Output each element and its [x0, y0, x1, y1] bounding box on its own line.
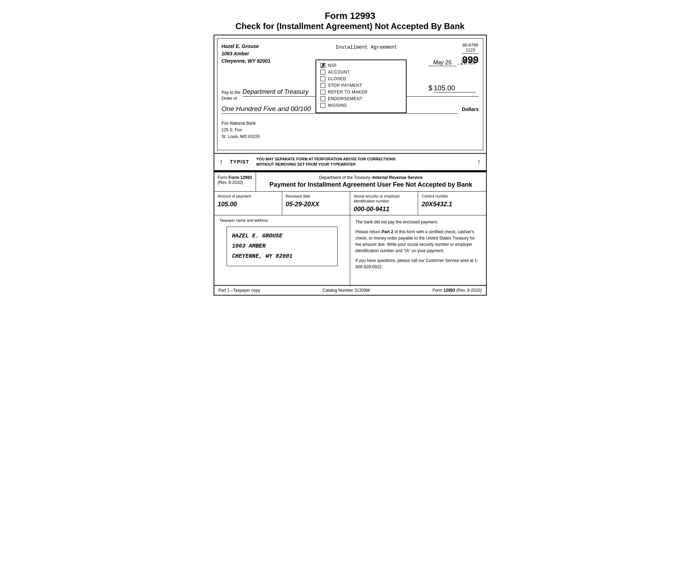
- check-center-label: Installment Agreement: [335, 44, 397, 50]
- typist-note-line1: YOU MAY SEPARATE FORM AT PERFORATION ABO…: [256, 157, 470, 162]
- nsf-checkbox-stop-payment: [320, 83, 325, 88]
- nsf-item-closed: CLOSED: [320, 76, 402, 81]
- value-ssn: 000-00-9411: [354, 206, 414, 213]
- nsf-item-stop-payment: STOP PAYMENT: [320, 83, 402, 88]
- name-instructions-row: Taxpayer name and address HAZEL E. GROUS…: [214, 215, 486, 285]
- page-wrapper: Form 12993 Check for (Installment Agreem…: [214, 11, 487, 296]
- form-header-row: Form Form 12993 (Rev. 8-2010) Department…: [214, 172, 486, 192]
- instructions-p2: Please return Part 2 of this form with a…: [355, 229, 481, 254]
- typist-label: TYPIST: [230, 159, 249, 165]
- check-inner: Hazel E. Grouse 1063 Amber Cheyenne, WY …: [217, 38, 483, 150]
- lower-form-rev: (Rev. 8-2010): [218, 180, 252, 185]
- nsf-checkbox-endorsement: [320, 96, 325, 101]
- taxpayer-label: Taxpayer name and address: [220, 218, 345, 222]
- check-address1: 1063 Amber: [222, 50, 271, 57]
- name-address-col: Taxpayer name and address HAZEL E. GROUS…: [214, 215, 351, 285]
- field-received-date: Received date 05-29-20XX: [282, 192, 350, 215]
- typist-row: ↑ TYPIST YOU MAY SEPARATE FORM AT PERFOR…: [214, 154, 486, 171]
- lower-form: Form Form 12993 (Rev. 8-2010) Department…: [214, 172, 487, 296]
- nsf-checkbox-missing: [320, 103, 325, 108]
- check-routing: 80-6789 1123: [462, 43, 479, 54]
- bank-name: Fox National Bank: [222, 120, 479, 127]
- bank-info: Fox National Bank 125 S. Fox St. Louis, …: [222, 120, 479, 140]
- instructions-p3: If you have questions, please call our C…: [355, 257, 481, 270]
- nsf-item-account: ACCOUNT: [320, 70, 402, 75]
- check-amount: 105.00: [434, 84, 476, 92]
- form-footer: Part 1 –Taxpayer copy Catalog Number 313…: [214, 285, 486, 295]
- irs-label: Internal Revenue Service: [373, 175, 423, 180]
- footer-form-number: 12993: [443, 288, 455, 293]
- data-fields-row: Amount of payment 105.00 Received date 0…: [214, 192, 486, 216]
- nsf-checkbox-refer-to-maker: [320, 90, 325, 95]
- dollars-label: Dollars: [462, 106, 478, 112]
- separator-section: ↑ TYPIST YOU MAY SEPARATE FORM AT PERFOR…: [214, 154, 487, 172]
- field-ssn: Social security or employeridentificatio…: [350, 192, 418, 215]
- nsf-box: NSF ACCOUNT CLOSED STOP PAYMENT REFER TO…: [316, 60, 407, 113]
- pay-to-label1: Pay to the: [222, 90, 241, 96]
- label-amount-of-payment: Amount of payment: [218, 194, 278, 199]
- bank-address1: 125 S. Fox: [222, 127, 479, 133]
- nsf-item-nsf: NSF: [320, 63, 402, 68]
- nsf-checkbox-nsf: [320, 63, 325, 68]
- footer-left: Part 1 –Taxpayer copy: [219, 288, 260, 293]
- label-control-number: Control number: [422, 194, 482, 199]
- bank-address2: St. Louis, MO 63155: [222, 133, 479, 140]
- instructions-p1: The bank did not pay the enclosed paymen…: [355, 219, 481, 225]
- form-title-block: Form 12993 Check for (Installment Agreem…: [214, 11, 487, 31]
- nsf-label-refer-to-maker: REFER TO MAKER: [328, 90, 368, 95]
- nsf-item-refer-to-maker: REFER TO MAKER: [320, 90, 402, 95]
- check-date-comma: ,: [458, 60, 459, 66]
- typist-arrow-left: ↑: [220, 158, 223, 166]
- part2-bold: Part 2: [382, 229, 393, 234]
- form-subtitle-title: Check for (Installment Agreement) Not Ac…: [214, 21, 487, 31]
- instructions-col: The bank did not pay the enclosed paymen…: [350, 215, 486, 285]
- label-ssn: Social security or employeridentificatio…: [354, 194, 414, 204]
- check-outer: Hazel E. Grouse 1063 Amber Cheyenne, WY …: [214, 35, 487, 154]
- check-name-address: Hazel E. Grouse 1063 Amber Cheyenne, WY …: [222, 43, 271, 65]
- footer-right: Form 12993 (Rev. 8-2010): [432, 288, 482, 293]
- field-control-number: Control number 20X5432.1: [418, 192, 486, 215]
- taxpayer-name: HAZEL E. GROUSE: [232, 231, 332, 241]
- nsf-checkbox-closed: [320, 76, 325, 81]
- form-number-title: Form 12993: [214, 11, 487, 21]
- taxpayer-address2: CHEYENNE, WY 82001: [232, 251, 332, 262]
- dept-line: Department of the Treasury–Internal Reve…: [261, 175, 481, 180]
- value-amount-of-payment: 105.00: [218, 201, 278, 208]
- nsf-label-closed: CLOSED: [328, 76, 346, 81]
- amount-box: $ 105.00: [428, 84, 476, 92]
- check-date-year-suffix: XX: [468, 60, 476, 66]
- footer-center: Catalog Number 31309W: [323, 288, 370, 293]
- check-address2: Cheyenne, WY 82001: [222, 57, 271, 65]
- taxpayer-address-box: HAZEL E. GROUSE 1063 AMBER CHEYENNE, WY …: [227, 227, 338, 266]
- date-line: May 25 , 20 XX: [428, 60, 476, 66]
- typist-note: YOU MAY SEPARATE FORM AT PERFORATION ABO…: [256, 157, 470, 167]
- nsf-checkbox-account: [320, 70, 325, 75]
- pay-to-label2: Order of: [222, 96, 241, 102]
- lower-form-number: Form Form 12993: [218, 175, 252, 180]
- dollar-sign: $: [428, 84, 432, 92]
- nsf-item-missing: MISSING: [320, 103, 402, 108]
- form-number-col: Form Form 12993 (Rev. 8-2010): [214, 172, 256, 191]
- typist-arrow-right: ↑: [477, 158, 481, 166]
- nsf-label-nsf: NSF: [328, 63, 337, 68]
- label-received-date: Received date: [286, 194, 346, 199]
- sub-routing: 1123: [466, 48, 475, 53]
- form-title-col: Department of the Treasury–Internal Reve…: [256, 172, 486, 191]
- value-control-number: 20X5432.1: [422, 201, 482, 208]
- payment-title: Payment for Installment Agreement User F…: [261, 181, 481, 188]
- value-received-date: 05-29-20XX: [286, 201, 346, 208]
- typist-note-line2: WITHOUT REMOVING SET FROM YOUR TYPEWRITE…: [256, 162, 470, 167]
- lower-form-number-bold: Form 12993: [229, 175, 252, 180]
- nsf-item-endorsement: ENDORSEMENT: [320, 96, 402, 101]
- routing-number: 80-6789: [463, 43, 478, 48]
- nsf-label-stop-payment: STOP PAYMENT: [328, 83, 362, 88]
- check-date-month-day: May 25: [428, 60, 456, 66]
- lower-form-inner: Form Form 12993 (Rev. 8-2010) Department…: [214, 172, 486, 295]
- nsf-label-account: ACCOUNT: [328, 70, 350, 75]
- check-name: Hazel E. Grouse: [222, 43, 271, 50]
- nsf-label-endorsement: ENDORSEMENT: [328, 96, 363, 101]
- pay-to-label: Pay to the Order of: [222, 90, 241, 102]
- field-amount-of-payment: Amount of payment 105.00: [214, 192, 282, 215]
- nsf-label-missing: MISSING: [328, 103, 347, 108]
- taxpayer-address1: 1063 AMBER: [232, 241, 332, 251]
